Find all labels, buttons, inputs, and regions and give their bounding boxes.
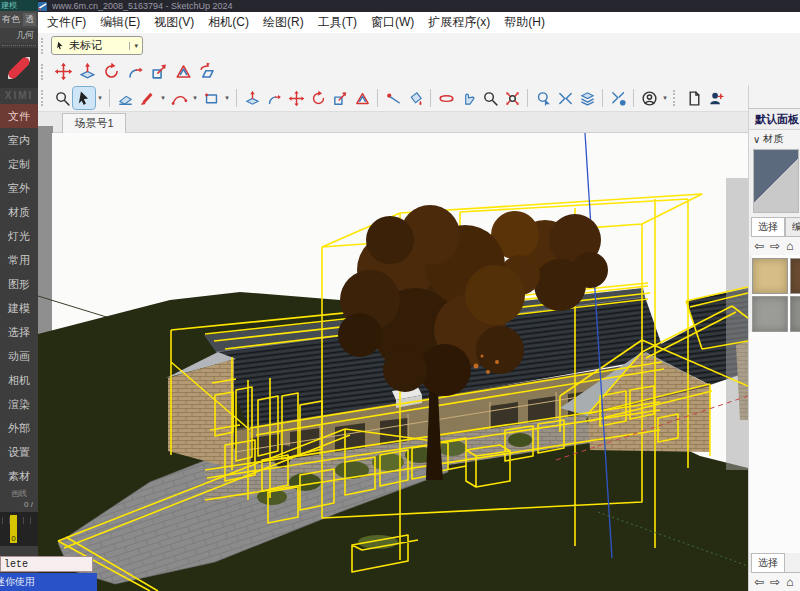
account-caret[interactable]: ▾ (660, 87, 670, 109)
tool-layers[interactable] (576, 87, 598, 109)
sidebar-item-file[interactable]: 文件 (0, 104, 38, 128)
menu-help[interactable]: 帮助(H) (497, 14, 552, 31)
tool-scale[interactable] (329, 87, 351, 109)
tab-select-bottom[interactable]: 选择 (751, 553, 785, 572)
sidebar-item-common[interactable]: 常用 (0, 248, 38, 272)
tab-select[interactable]: 选择 (751, 217, 785, 236)
viewport-3d[interactable] (38, 133, 748, 591)
forward-arrow-icon[interactable]: ⇨ (770, 575, 780, 589)
forward-arrow-icon[interactable]: ⇨ (770, 239, 780, 253)
tool-rotated-rectangle[interactable] (195, 60, 219, 84)
select-cursor-icon (56, 40, 65, 51)
scene-tab[interactable]: 场景号1 (62, 113, 126, 133)
sidebar-slider[interactable]: 0 (0, 512, 38, 546)
sidebar-item-lighting[interactable]: 灯光 (0, 224, 38, 248)
tool-eraser[interactable] (114, 87, 136, 109)
toolbar-drag-handle[interactable] (41, 38, 47, 54)
toolbar-drag-handle[interactable] (41, 90, 47, 106)
tool-zoom-window[interactable] (51, 87, 73, 109)
toolbar-separator (602, 89, 603, 107)
sidebar-slider-handle[interactable]: 0 (10, 515, 17, 543)
tool-pan[interactable] (457, 87, 479, 109)
back-arrow-icon[interactable]: ⇦ (754, 239, 764, 253)
material-preview (753, 149, 799, 213)
tag-toolbar: 未标记 ▾ (38, 33, 800, 58)
mode-tab-shaded[interactable]: 有色 (2, 13, 20, 26)
sidebar-item-settings[interactable]: 设置 (0, 440, 38, 464)
tool-rectangle-options[interactable]: ▾ (222, 87, 232, 109)
swatch-texture-gray-1[interactable] (752, 296, 788, 332)
toolbar-drag-handle[interactable] (673, 90, 679, 106)
home-icon[interactable]: ⌂ (786, 575, 793, 589)
tool-rotate[interactable] (307, 87, 329, 109)
new-file-button[interactable] (683, 87, 705, 109)
toolbar-drag-handle[interactable] (41, 64, 47, 80)
tool-section-settings[interactable] (607, 87, 629, 109)
sidebar-item-assets[interactable]: 素材 (0, 464, 38, 488)
menu-camera[interactable]: 相机(C) (201, 14, 256, 31)
tool-select-options[interactable]: ▾ (95, 87, 105, 109)
panel-title[interactable]: 默认面板 (749, 108, 800, 130)
home-icon[interactable]: ⌂ (786, 239, 793, 253)
sidebar-item-rendering[interactable]: 渲染 (0, 392, 38, 416)
tool-select[interactable] (73, 87, 95, 109)
viewport-corner-notch (38, 126, 53, 133)
tool-tape-measure[interactable] (382, 87, 404, 109)
menu-view[interactable]: 视图(V) (147, 14, 201, 31)
toolbar-separator (236, 89, 237, 107)
tool-arc-options[interactable]: ▾ (190, 87, 200, 109)
materials-section-header[interactable]: ∨ 材质 (749, 130, 800, 148)
tool-component-import[interactable] (532, 87, 554, 109)
back-arrow-icon[interactable]: ⇦ (754, 575, 764, 589)
tag-dropdown-caret[interactable]: ▾ (129, 42, 138, 50)
tool-paint-bucket[interactable] (404, 87, 426, 109)
tool-offset[interactable] (351, 87, 373, 109)
sidebar-item-modeling[interactable]: 建模 (0, 296, 38, 320)
sidebar-item-interior[interactable]: 室内 (0, 128, 38, 152)
tool-push-pull[interactable] (75, 60, 99, 84)
sidebar-item-graphics[interactable]: 图形 (0, 272, 38, 296)
sidebar-item-custom[interactable]: 定制 (0, 152, 38, 176)
tool-scale[interactable] (147, 60, 171, 84)
tool-section-x[interactable] (554, 87, 576, 109)
swatch-texture-brown[interactable] (790, 258, 800, 294)
swatch-texture-tan[interactable] (752, 258, 788, 294)
tool-pencil-options[interactable]: ▾ (158, 87, 168, 109)
sidebar-item-camera[interactable]: 相机 (0, 368, 38, 392)
tab-edit[interactable]: 编辑 (785, 217, 800, 236)
menu-file[interactable]: 文件(F) (40, 14, 93, 31)
menu-extensions[interactable]: 扩展程序(x) (421, 14, 497, 31)
mode-tab-transparent[interactable]: 透 (23, 13, 36, 26)
account-menu[interactable] (638, 87, 660, 109)
tool-rectangle[interactable] (200, 87, 222, 109)
tool-rotate[interactable] (99, 60, 123, 84)
tag-dropdown[interactable]: 未标记 ▾ (51, 36, 143, 55)
main-toolbar: ▾▾▾▾▾ (38, 85, 800, 112)
tool-zoom[interactable] (479, 87, 501, 109)
tool-zoom-extents[interactable] (501, 87, 523, 109)
components-tabs: 选择 (751, 553, 800, 573)
tool-move[interactable] (285, 87, 307, 109)
edit-toolbar (38, 58, 800, 85)
menu-window[interactable]: 窗口(W) (364, 14, 421, 31)
sidebar-item-material[interactable]: 材质 (0, 200, 38, 224)
tool-pencil[interactable] (136, 87, 158, 109)
menu-edit[interactable]: 编辑(E) (93, 14, 147, 31)
add-person-button[interactable] (705, 87, 727, 109)
sidebar-item-selection[interactable]: 选择 (0, 320, 38, 344)
menu-draw[interactable]: 绘图(R) (256, 14, 311, 31)
sidebar-brand: XIMI (0, 88, 38, 104)
tool-move[interactable] (51, 60, 75, 84)
sidebar-item-exterior[interactable]: 室外 (0, 176, 38, 200)
tool-offset[interactable] (171, 60, 195, 84)
tool-arc[interactable] (168, 87, 190, 109)
tool-push-pull[interactable] (241, 87, 263, 109)
menu-bar: 文件(F)编辑(E)视图(V)相机(C)绘图(R)工具(T)窗口(W)扩展程序(… (38, 12, 800, 33)
swatch-texture-gray-2[interactable] (790, 296, 800, 332)
tool-follow-me[interactable] (263, 87, 285, 109)
tool-orbit[interactable] (435, 87, 457, 109)
tool-follow-me[interactable] (123, 60, 147, 84)
sidebar-item-animation[interactable]: 动画 (0, 344, 38, 368)
menu-tools[interactable]: 工具(T) (311, 14, 364, 31)
sidebar-item-external[interactable]: 外部 (0, 416, 38, 440)
